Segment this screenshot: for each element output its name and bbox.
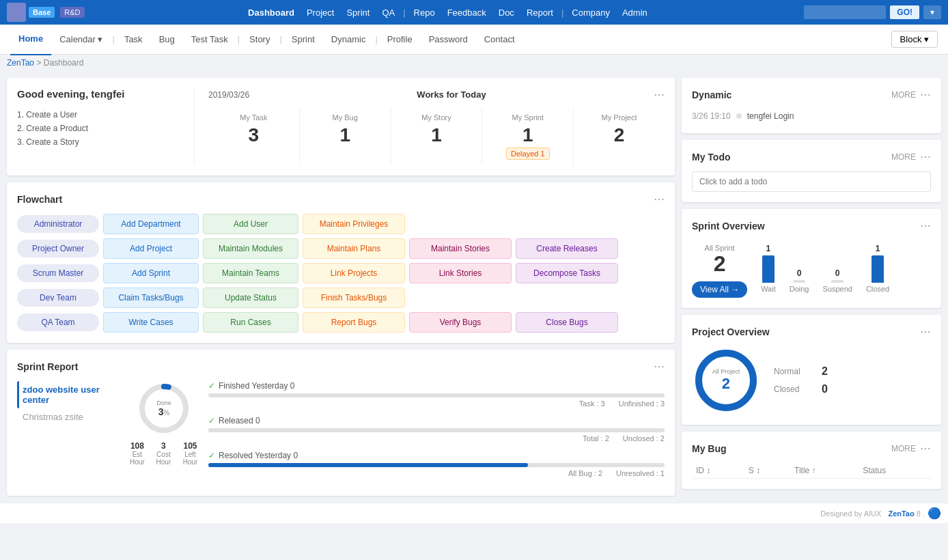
todo-input[interactable] (692, 171, 931, 192)
nav-calendar[interactable]: Calendar ▾ (51, 25, 111, 55)
flow-maintain-modules[interactable]: Maintain Modules (203, 238, 298, 259)
flow-maintain-plans[interactable]: Maintain Plans (303, 238, 405, 259)
stat-project-value: 2 (577, 126, 661, 145)
search-input[interactable] (804, 5, 886, 19)
project-stats: Normal 2 Closed 0 (774, 365, 828, 395)
stat-task-value: 3 (212, 126, 296, 145)
nav-report[interactable]: Report (522, 8, 557, 18)
works-menu-button[interactable]: ⋯ (654, 88, 665, 101)
nav-sprint[interactable]: Sprint (342, 8, 374, 18)
flow-update-status[interactable]: Update Status (203, 288, 298, 308)
sprint-overview-menu[interactable]: ⋯ (920, 219, 931, 232)
flow-add-user[interactable]: Add User (203, 214, 298, 234)
breadcrumb-sep: > (36, 58, 43, 68)
flow-claim-tasks-bugs[interactable]: Claim Tasks/Bugs (103, 288, 199, 308)
nav-password[interactable]: Password (421, 25, 476, 55)
works-date: 2019/03/26 (208, 90, 249, 100)
nav-repo[interactable]: Repo (410, 8, 439, 18)
stat-my-sprint: My Sprint 1 Delayed 1 (482, 108, 574, 165)
nav-task[interactable]: Task (116, 25, 151, 55)
nav-project[interactable]: Project (303, 8, 338, 18)
flow-decompose-tasks[interactable]: Decompose Tasks (516, 263, 618, 283)
block-button[interactable]: Block ▾ (891, 31, 938, 48)
bar-closed-label: Closed (866, 285, 889, 293)
flow-add-sprint[interactable]: Add Sprint (103, 263, 199, 283)
dynamic-title: Dynamic (692, 89, 731, 100)
user-menu-button[interactable]: ▾ (923, 5, 941, 19)
nav-home[interactable]: Home (10, 24, 51, 55)
nav-bug[interactable]: Bug (151, 25, 183, 55)
flow-close-bugs[interactable]: Close Bugs (516, 312, 618, 333)
bug-col-title[interactable]: Title ↑ (790, 463, 859, 479)
bug-more[interactable]: MORE (891, 444, 916, 453)
flow-verify-bugs[interactable]: Verify Bugs (409, 312, 512, 333)
nav-doc[interactable]: Doc (494, 8, 518, 18)
flow-link-stories[interactable]: Link Stories (409, 263, 512, 283)
nav-story[interactable]: Story (241, 25, 278, 55)
sep-task: | (113, 34, 115, 44)
my-bug-header: My Bug MORE ⋯ (692, 442, 931, 455)
progress-bar-fill-3 (208, 463, 528, 467)
nav-dynamic[interactable]: Dynamic (323, 25, 374, 55)
welcome-card: Good evening, tengfei 1. Create a User 2… (7, 78, 675, 176)
left-column: Good evening, tengfei 1. Create a User 2… (7, 78, 675, 496)
flow-write-cases[interactable]: Write Cases (103, 312, 199, 333)
stat-my-task: My Task 3 (208, 108, 300, 165)
flowchart-menu-button[interactable]: ⋯ (654, 193, 665, 206)
donut-label: Done 3% (156, 400, 171, 417)
todo-menu[interactable]: ⋯ (920, 150, 931, 163)
hour-left: 105 Left Hour (182, 441, 198, 466)
stat-sprint-label: My Sprint (486, 113, 570, 122)
logo: Base R&D (7, 3, 85, 22)
flow-maintain-stories[interactable]: Maintain Stories (409, 238, 512, 259)
bug-col-id[interactable]: ID ↕ (692, 463, 744, 479)
sep1: | (403, 8, 405, 18)
nav-qa[interactable]: QA (378, 8, 399, 18)
nav-test-task[interactable]: Test Task (183, 25, 236, 55)
role-dev-team: Dev Team (17, 289, 99, 307)
flowchart-grid: Administrator Add Department Add User Ma… (17, 214, 665, 333)
main-layout: Good evening, tengfei 1. Create a User 2… (0, 71, 948, 503)
nav-feedback[interactable]: Feedback (443, 8, 490, 18)
nav-profile[interactable]: Profile (379, 25, 421, 55)
dynamic-menu[interactable]: ⋯ (920, 88, 931, 101)
bug-col-status[interactable]: Status (859, 463, 931, 479)
nav-contact[interactable]: Contact (476, 25, 523, 55)
nav-dashboard[interactable]: Dashboard (244, 8, 298, 18)
base-tag[interactable]: Base (29, 7, 55, 18)
bug-col-s[interactable]: S ↕ (744, 463, 790, 479)
nav-admin[interactable]: Admin (618, 8, 652, 18)
bug-menu[interactable]: ⋯ (920, 442, 931, 455)
flow-link-projects[interactable]: Link Projects (303, 263, 405, 283)
bug-table: ID ↕ S ↕ Title ↑ Status (692, 463, 931, 479)
project-overview-menu[interactable]: ⋯ (920, 325, 931, 338)
bug-table-header-row: ID ↕ S ↕ Title ↑ Status (692, 463, 931, 479)
project-overview-card: Project Overview ⋯ All Project 2 N (682, 315, 941, 425)
view-all-button[interactable]: View All → (692, 281, 747, 298)
bar-suspend-bar (831, 280, 844, 283)
donut-done-text: Done (156, 400, 171, 406)
project-stat-normal: Normal 2 (774, 365, 828, 378)
donut-chart: Done 3% (137, 381, 191, 436)
list-item: 2. Create a Product (17, 122, 184, 135)
flow-finish-tasks-bugs[interactable]: Finish Tasks/Bugs (303, 288, 405, 308)
flow-report-bugs[interactable]: Report Bugs (303, 312, 405, 333)
dynamic-more[interactable]: MORE (891, 90, 916, 100)
nav-company[interactable]: Company (568, 8, 614, 18)
breadcrumb-zentao[interactable]: ZenTao (7, 58, 34, 68)
flow-run-cases[interactable]: Run Cases (203, 312, 298, 333)
sprint-project-2[interactable]: Christmas zsite (17, 408, 120, 425)
flow-add-project[interactable]: Add Project (103, 238, 199, 259)
nav-sprint2[interactable]: Sprint (283, 25, 323, 55)
rd-tag[interactable]: R&D (60, 7, 84, 18)
flow-maintain-privileges[interactable]: Maintain Privileges (303, 214, 405, 234)
flow-create-releases[interactable]: Create Releases (516, 238, 618, 259)
list-item[interactable]: 3. Create a Story (17, 135, 184, 149)
go-button[interactable]: GO! (890, 5, 919, 19)
todo-more[interactable]: MORE (891, 152, 916, 162)
sprint-report-menu[interactable]: ⋯ (654, 360, 665, 373)
flow-add-department[interactable]: Add Department (103, 214, 199, 234)
flow-maintain-teams[interactable]: Maintain Teams (203, 263, 298, 283)
sprint-project-1[interactable]: zdoo website user center (17, 381, 120, 408)
welcome-left: Good evening, tengfei 1. Create a User 2… (17, 88, 195, 165)
